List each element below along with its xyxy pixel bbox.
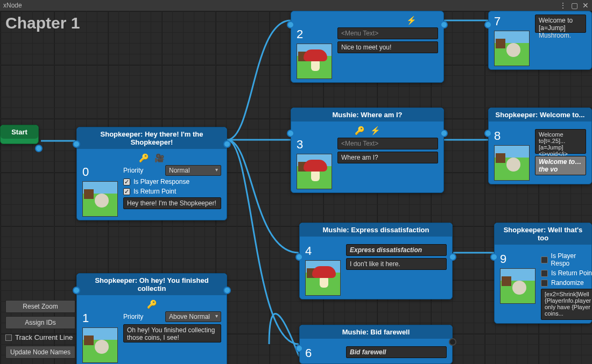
input-port[interactable] — [295, 345, 303, 352]
node-1[interactable]: Shopkeeper: Oh hey! You finished collect… — [76, 273, 227, 364]
dialogue-text-input[interactable]: Nice to meet you! — [337, 41, 438, 53]
input-port[interactable] — [484, 21, 492, 28]
node-title: Shopkeeper: Oh hey! You finished collect… — [77, 274, 227, 295]
node-title: Mushie: Bid farewell — [300, 325, 452, 339]
output-port[interactable] — [440, 21, 448, 28]
menu-text-input[interactable]: <Menu Text> — [337, 138, 438, 149]
is-return-point-checkbox[interactable]: Is Return Point — [541, 269, 592, 277]
menu-text-input[interactable]: Express dissatisfaction — [346, 244, 447, 256]
priority-select[interactable]: Above Normal — [165, 311, 221, 322]
input-port[interactable] — [287, 21, 294, 28]
node-id: 3 — [297, 138, 332, 152]
output-port[interactable] — [223, 140, 231, 148]
window-menu-icon[interactable]: ⋮ — [559, 1, 567, 10]
dialogue-text-input[interactable]: Welcome to [a=Jump] Mushroom. — [535, 15, 586, 33]
node-title: Shopkeeper: Well that's too — [495, 223, 591, 245]
output-port[interactable] — [440, 130, 448, 137]
priority-label: Priority — [123, 167, 143, 174]
node-9[interactable]: Shopkeeper: Well that's too 9 Is Player … — [494, 223, 592, 324]
start-label: Start — [1, 125, 38, 139]
node-title: Shopkeeper: Welcome to... — [489, 108, 591, 122]
character-thumbnail — [305, 260, 341, 296]
character-thumbnail — [82, 181, 118, 217]
node-id: 1 — [82, 311, 118, 325]
key-icon: 🔑 — [147, 299, 157, 309]
output-port[interactable] — [449, 253, 456, 261]
bolt-icon: ⚡ — [406, 16, 417, 25]
node-8[interactable]: Shopkeeper: Welcome to... 8 Welcome to[t… — [488, 108, 592, 184]
randomize-checkbox[interactable]: Randomize — [541, 279, 592, 287]
is-return-point-checkbox[interactable]: ✓Is Return Point — [123, 188, 221, 195]
character-thumbnail — [494, 145, 530, 181]
key-icon: 🔑 — [139, 153, 149, 163]
chapter-title: Chapter 1 — [5, 14, 80, 32]
window-maximize-icon[interactable]: ▢ — [571, 1, 578, 10]
dialogue-text-input[interactable]: [ex2=Shrink]Well {PlayerInfo.player only… — [541, 289, 592, 320]
node-4[interactable]: Mushie: Express dissatisfaction 4 Expres… — [299, 223, 453, 299]
node-id: 4 — [305, 244, 341, 258]
node-id: 9 — [500, 252, 535, 266]
dialogue-text-input[interactable]: Where am I? — [337, 152, 438, 163]
input-port[interactable] — [73, 140, 80, 148]
dialogue-text-input[interactable]: I don't like it here. — [346, 258, 447, 270]
priority-select[interactable]: Normal — [165, 165, 221, 176]
node-id: 6 — [305, 346, 341, 360]
dialogue-text-input[interactable]: Welcome to[t=.25]...[a=Jump]<i>void</i>[… — [535, 129, 586, 154]
menu-text-input[interactable]: Bid farewell — [346, 346, 447, 358]
input-port[interactable] — [287, 130, 294, 137]
character-thumbnail — [494, 31, 530, 66]
node-7[interactable]: 7 Welcome to [a=Jump] Mushroom. — [488, 11, 592, 70]
output-port[interactable] — [449, 338, 456, 346]
character-thumbnail — [297, 154, 332, 189]
node-id: 7 — [494, 15, 530, 28]
input-port[interactable] — [295, 253, 303, 261]
dialogue-text-input[interactable]: Hey there! I'm the Shopkeeper! — [123, 197, 221, 209]
menu-text-input[interactable]: <Menu Text> — [337, 27, 438, 39]
node-id: 0 — [82, 165, 118, 179]
dialogue-text-input[interactable]: Oh hey! You finished collecting those co… — [123, 324, 221, 342]
node-6[interactable]: Mushie: Bid farewell 6 Bid farewell — [299, 325, 453, 364]
assign-ids-button[interactable]: Assign IDs — [5, 316, 75, 329]
window-titlebar: xNode ⋮ ▢ ✕ — [0, 0, 592, 11]
input-port[interactable] — [73, 287, 80, 294]
is-player-response-checkbox[interactable]: ✓Is Player Response — [123, 178, 221, 185]
camera-icon: 🎥 — [154, 153, 165, 163]
checkbox-icon — [5, 334, 12, 341]
key-icon: 🔑 — [355, 126, 365, 135]
start-node[interactable]: Start — [0, 125, 39, 144]
input-port[interactable] — [484, 130, 492, 137]
character-thumbnail — [297, 44, 332, 79]
character-thumbnail — [500, 268, 535, 304]
update-node-names-button[interactable]: Update Node Names — [5, 346, 75, 359]
node-id: 2 — [297, 27, 332, 41]
node-0[interactable]: Shopkeeper: Hey there! I'm the Shopkeepe… — [76, 127, 227, 220]
priority-label: Priority — [123, 313, 143, 320]
input-port[interactable] — [490, 253, 498, 261]
output-port[interactable] — [223, 287, 231, 294]
window-title: xNode — [3, 2, 22, 9]
node-title: Mushie: Where am I? — [291, 108, 443, 122]
bolt-icon: ⚡ — [370, 126, 380, 135]
node-id: 8 — [494, 129, 530, 143]
node-title: Mushie: Express dissatisfaction — [300, 223, 452, 237]
reset-zoom-button[interactable]: Reset Zoom — [5, 300, 75, 313]
track-current-line-checkbox[interactable]: Track Current Line — [5, 332, 75, 342]
node-2[interactable]: ⚡ 2 <Menu Text> Nice to meet you! — [291, 11, 444, 83]
is-player-response-checkbox[interactable]: Is Player Respo — [541, 252, 592, 267]
node-3[interactable]: Mushie: Where am I? 🔑 ⚡ 3 <Menu Text> Wh… — [291, 108, 444, 193]
node-title: Shopkeeper: Hey there! I'm the Shopkeepe… — [77, 127, 227, 149]
output-port[interactable] — [35, 145, 43, 152]
character-thumbnail — [82, 327, 118, 363]
tool-panel: Reset Zoom Assign IDs Track Current Line… — [5, 300, 75, 359]
window-close-icon[interactable]: ✕ — [582, 1, 589, 10]
dialogue-preview: Welcome to… the vo — [535, 156, 586, 175]
